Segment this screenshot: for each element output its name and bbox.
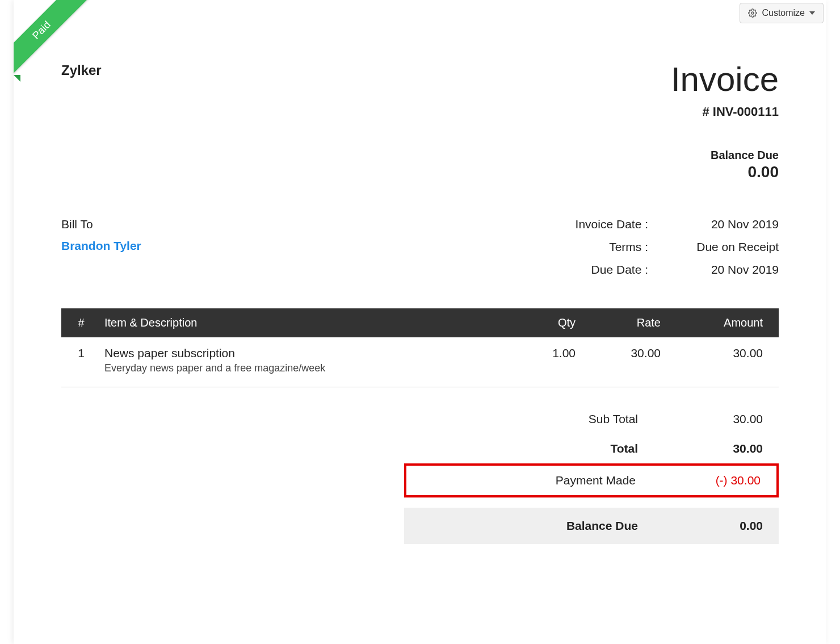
subtotal-value: 30.00 — [678, 412, 763, 426]
details-block: Invoice Date : 20 Nov 2019 Terms : Due o… — [518, 218, 779, 286]
status-ribbon-label: Paid — [14, 0, 91, 80]
detail-row-invoice-date: Invoice Date : 20 Nov 2019 — [518, 218, 779, 231]
payment-value: (-) 30.00 — [675, 474, 761, 487]
invoice-date-label: Invoice Date : — [518, 218, 648, 231]
due-date-label: Due Date : — [518, 263, 648, 277]
balance-due-label: Balance Due — [671, 149, 779, 162]
customize-button[interactable]: Customize — [740, 3, 824, 23]
chevron-down-icon — [809, 11, 815, 15]
balance-due-block: Balance Due 0.00 — [671, 149, 779, 181]
header-amount: Amount — [677, 316, 779, 329]
table-row: 1 News paper subscription Everyday news … — [61, 337, 779, 387]
invoice-content: Zylker Invoice # INV-000111 Balance Due … — [14, 0, 826, 567]
payment-made-row: Payment Made (-) 30.00 — [404, 463, 779, 497]
invoice-document: Paid Customize Zylker Invoice # INV-0001… — [14, 0, 826, 644]
bill-to-label: Bill To — [61, 218, 141, 231]
header-rate: Rate — [591, 316, 677, 329]
terms-label: Terms : — [518, 240, 648, 254]
row-item: News paper subscription Everyday news pa… — [101, 346, 506, 374]
row-qty: 1.00 — [506, 346, 591, 374]
status-ribbon: Paid — [14, 0, 99, 85]
terms-value: Due on Receipt — [648, 240, 779, 254]
totals-block: Sub Total 30.00 Total 30.00 Payment Made… — [404, 404, 779, 544]
row-rate: 30.00 — [591, 346, 677, 374]
header-num: # — [61, 316, 101, 329]
detail-row-due-date: Due Date : 20 Nov 2019 — [518, 263, 779, 277]
header-qty: Qty — [506, 316, 591, 329]
balance-due-row: Balance Due 0.00 — [404, 508, 779, 544]
invoice-number: # INV-000111 — [671, 104, 779, 119]
bill-to-block: Bill To Brandon Tyler — [61, 218, 141, 253]
total-value: 30.00 — [678, 442, 763, 455]
top-row: Zylker Invoice # INV-000111 Balance Due … — [61, 62, 779, 181]
svg-point-0 — [751, 12, 754, 14]
invoice-title: Invoice — [671, 62, 779, 97]
row-num: 1 — [61, 346, 101, 374]
customer-link[interactable]: Brandon Tyler — [61, 239, 141, 253]
meta-row: Bill To Brandon Tyler Invoice Date : 20 … — [61, 218, 779, 286]
gear-icon — [748, 9, 757, 18]
subtotal-row: Sub Total 30.00 — [404, 404, 779, 434]
balance-due-value: 0.00 — [671, 163, 779, 181]
header-item: Item & Description — [101, 316, 506, 329]
subtotal-label: Sub Total — [420, 412, 678, 426]
customize-label: Customize — [762, 8, 805, 18]
item-name: News paper subscription — [104, 346, 506, 360]
total-row: Total 30.00 — [404, 434, 779, 463]
items-table: # Item & Description Qty Rate Amount 1 N… — [61, 308, 779, 387]
item-desc: Everyday news paper and a free magazine/… — [104, 362, 506, 374]
due-date-value: 20 Nov 2019 — [648, 263, 779, 277]
total-label: Total — [420, 442, 678, 455]
balance-value: 0.00 — [678, 519, 763, 533]
ribbon-tail — [14, 75, 20, 82]
payment-label: Payment Made — [422, 474, 675, 487]
table-header: # Item & Description Qty Rate Amount — [61, 308, 779, 337]
balance-label: Balance Due — [420, 519, 678, 533]
invoice-date-value: 20 Nov 2019 — [648, 218, 779, 231]
invoice-title-area: Invoice # INV-000111 Balance Due 0.00 — [671, 62, 779, 181]
detail-row-terms: Terms : Due on Receipt — [518, 240, 779, 254]
row-amount: 30.00 — [677, 346, 779, 374]
